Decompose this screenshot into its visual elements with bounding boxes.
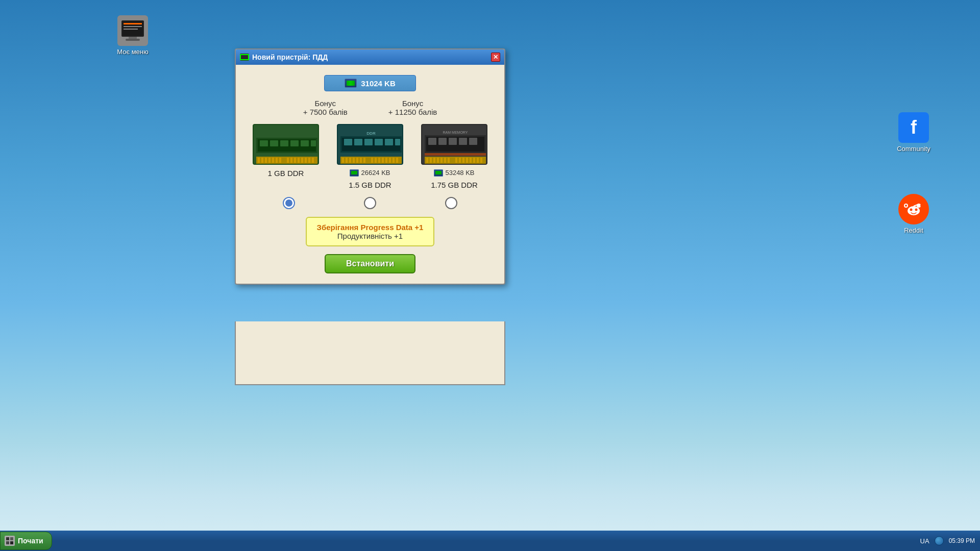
community-fb-icon: f — [898, 112, 929, 143]
desktop-icon-community[interactable]: f Community — [891, 112, 937, 153]
ram-option-3[interactable]: RAM MEMORY — [418, 124, 492, 189]
svg-rect-23 — [301, 140, 309, 146]
ram-option-2[interactable]: DDR — [333, 124, 407, 189]
radio-option-2[interactable] — [335, 197, 406, 209]
start-icon — [5, 536, 15, 546]
start-button[interactable]: Почати — [0, 532, 52, 550]
radio-button-1[interactable] — [283, 197, 295, 209]
ram-label-3: 1.75 GB DDR — [431, 181, 478, 189]
svg-rect-7 — [126, 39, 140, 41]
svg-rect-92 — [477, 158, 479, 163]
ram-options-row: 1 GB DDR — [249, 124, 492, 189]
svg-rect-37 — [298, 158, 300, 163]
ram-image-3: RAM MEMORY — [421, 124, 487, 165]
svg-text:DDR: DDR — [366, 131, 376, 136]
radio-row — [246, 197, 494, 209]
svg-rect-28 — [261, 158, 263, 163]
svg-point-15 — [920, 205, 922, 207]
bonus-item-1: Бонус + 7500 балів — [303, 99, 348, 116]
svg-rect-74 — [459, 138, 467, 145]
my-menu-label: Моє меню — [117, 48, 149, 56]
svg-rect-32 — [276, 158, 278, 163]
svg-rect-55 — [349, 158, 351, 163]
storage-value: 31024 KB — [361, 79, 396, 88]
svg-point-12 — [917, 204, 921, 208]
svg-rect-21 — [280, 140, 288, 146]
dialog-close-button[interactable]: ✕ — [491, 53, 500, 62]
svg-rect-76 — [425, 153, 486, 156]
bonus-2-line2: + 11250 балів — [388, 108, 437, 116]
svg-rect-46 — [354, 139, 362, 145]
radio-button-3[interactable] — [445, 197, 457, 209]
bonus-1-line2: + 7500 балів — [303, 108, 348, 116]
dialog-title-icon — [240, 54, 249, 61]
ram-size-value-2: 26624 KB — [361, 169, 390, 177]
mini-storage-icon-2 — [350, 169, 359, 177]
info-box-line2: Продуктивність +1 — [317, 232, 424, 240]
svg-rect-62 — [378, 158, 380, 163]
svg-rect-82 — [437, 158, 439, 163]
svg-rect-50 — [395, 139, 400, 145]
svg-rect-31 — [272, 158, 274, 163]
language-indicator: UA — [920, 537, 929, 545]
svg-rect-66 — [393, 158, 395, 163]
svg-rect-4 — [124, 26, 142, 27]
ram-image-2: DDR — [337, 124, 403, 165]
svg-rect-67 — [396, 158, 398, 163]
svg-rect-59 — [363, 158, 365, 163]
svg-rect-84 — [444, 158, 446, 163]
dialog-content: 31024 KB Бонус + 7500 балів Бонус + 1125… — [236, 65, 504, 284]
dialog-titlebar: Новий пристрій: ПДД ✕ — [236, 49, 504, 65]
svg-rect-97 — [10, 541, 13, 544]
svg-rect-36 — [294, 158, 296, 163]
svg-rect-22 — [290, 140, 299, 146]
svg-rect-61 — [375, 158, 377, 163]
svg-rect-75 — [469, 138, 477, 145]
svg-rect-27 — [258, 158, 260, 163]
svg-rect-63 — [382, 158, 384, 163]
ram-label-2: 1.5 GB DDR — [349, 181, 391, 189]
svg-rect-48 — [375, 139, 383, 145]
bonus-1-line1: Бонус — [303, 99, 348, 108]
svg-rect-34 — [287, 158, 289, 163]
info-box-line1: Зберігання Progress Data +1 — [317, 223, 424, 232]
svg-rect-56 — [353, 158, 355, 163]
desktop-icon-my-menu[interactable]: Моє меню — [110, 15, 156, 56]
svg-rect-30 — [268, 158, 271, 163]
svg-rect-83 — [440, 158, 443, 163]
svg-rect-71 — [428, 138, 436, 145]
svg-rect-58 — [360, 158, 362, 163]
taskbar: Почати UA 05:39 PM — [0, 531, 980, 551]
svg-rect-85 — [448, 158, 450, 163]
ram-size-value-3: 53248 KB — [445, 169, 474, 177]
svg-rect-91 — [473, 158, 475, 163]
svg-rect-53 — [342, 158, 344, 163]
svg-rect-64 — [385, 158, 387, 163]
svg-rect-20 — [270, 140, 278, 146]
svg-rect-6 — [129, 37, 137, 39]
svg-rect-88 — [462, 158, 464, 163]
storage-icon — [345, 79, 357, 88]
svg-rect-96 — [6, 541, 9, 544]
svg-rect-93 — [480, 158, 482, 163]
svg-rect-54 — [346, 158, 348, 163]
radio-inner-1 — [285, 199, 292, 207]
reddit-icon — [898, 194, 929, 224]
svg-rect-60 — [371, 158, 373, 163]
ram-option-1[interactable]: 1 GB DDR — [249, 124, 323, 178]
install-button[interactable]: Встановити — [325, 254, 415, 273]
svg-point-14 — [905, 205, 907, 207]
svg-rect-45 — [344, 139, 352, 145]
dialog-title: Новий пристрій: ПДД — [252, 53, 488, 61]
radio-button-2[interactable] — [364, 197, 376, 209]
svg-rect-5 — [124, 29, 138, 30]
svg-rect-29 — [265, 158, 267, 163]
radio-option-3[interactable] — [415, 197, 486, 209]
svg-rect-38 — [301, 158, 303, 163]
radio-option-1[interactable] — [254, 197, 325, 209]
svg-rect-79 — [426, 158, 428, 163]
reddit-label: Reddit — [904, 227, 923, 234]
clock: 05:39 PM — [949, 537, 975, 544]
desktop-icon-reddit[interactable]: Reddit — [891, 194, 937, 234]
globe-icon — [935, 536, 944, 545]
